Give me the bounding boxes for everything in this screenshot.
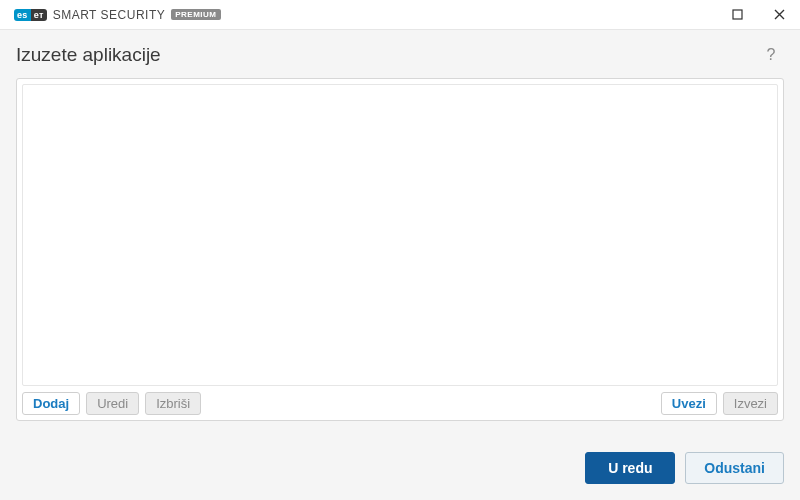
dialog-footer: U redu Odustani: [0, 436, 800, 500]
maximize-button[interactable]: [716, 0, 758, 29]
help-button[interactable]: ?: [760, 44, 782, 66]
title-bar: es eт SMART SECURITY PREMIUM: [0, 0, 800, 30]
toolbar-spacer: [207, 392, 655, 415]
brand-logo: es eт: [14, 9, 47, 21]
maximize-icon: [732, 9, 743, 20]
import-button[interactable]: Uvezi: [661, 392, 717, 415]
header-row: Izuzete aplikacije ?: [16, 44, 784, 66]
dialog-window: es eт SMART SECURITY PREMIUM Izuzete apl…: [0, 0, 800, 500]
ok-button[interactable]: U redu: [585, 452, 675, 484]
dialog-content: Izuzete aplikacije ? Dodaj Uredi Izbriši…: [0, 30, 800, 436]
excluded-apps-panel: Dodaj Uredi Izbriši Uvezi Izvezi: [16, 78, 784, 421]
app-brand: es eт SMART SECURITY PREMIUM: [14, 8, 221, 22]
close-icon: [774, 9, 785, 20]
brand-logo-right: eт: [31, 9, 47, 21]
page-title: Izuzete aplikacije: [16, 44, 161, 66]
brand-logo-left: es: [14, 9, 31, 21]
add-button[interactable]: Dodaj: [22, 392, 80, 415]
window-controls: [716, 0, 800, 29]
svg-rect-0: [733, 10, 742, 19]
export-button[interactable]: Izvezi: [723, 392, 778, 415]
help-icon: ?: [767, 46, 776, 64]
edit-button[interactable]: Uredi: [86, 392, 139, 415]
brand-product: SMART SECURITY: [53, 8, 166, 22]
brand-tier: PREMIUM: [171, 9, 220, 20]
close-button[interactable]: [758, 0, 800, 29]
excluded-apps-list[interactable]: [22, 84, 778, 386]
cancel-button[interactable]: Odustani: [685, 452, 784, 484]
delete-button[interactable]: Izbriši: [145, 392, 201, 415]
panel-toolbar: Dodaj Uredi Izbriši Uvezi Izvezi: [22, 386, 778, 415]
